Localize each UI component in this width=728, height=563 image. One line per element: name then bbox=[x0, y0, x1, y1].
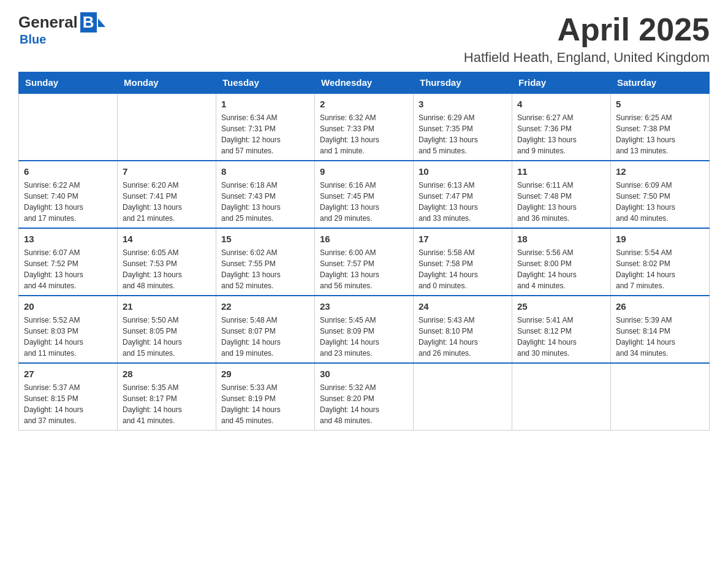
calendar-table: SundayMondayTuesdayWednesdayThursdayFrid… bbox=[18, 72, 710, 431]
calendar-cell: 15Sunrise: 6:02 AM Sunset: 7:55 PM Dayli… bbox=[216, 228, 315, 296]
day-number: 1 bbox=[221, 98, 309, 110]
logo-subtitle: Blue bbox=[20, 33, 46, 47]
logo-arrow bbox=[98, 18, 105, 27]
day-info: Sunrise: 5:48 AM Sunset: 8:07 PM Dayligh… bbox=[221, 315, 309, 359]
calendar-cell: 5Sunrise: 6:25 AM Sunset: 7:38 PM Daylig… bbox=[611, 93, 710, 161]
weekday-header-friday: Friday bbox=[512, 72, 611, 94]
day-info: Sunrise: 6:32 AM Sunset: 7:33 PM Dayligh… bbox=[320, 112, 408, 156]
day-info: Sunrise: 6:34 AM Sunset: 7:31 PM Dayligh… bbox=[221, 112, 309, 156]
day-info: Sunrise: 6:20 AM Sunset: 7:41 PM Dayligh… bbox=[123, 180, 211, 224]
day-number: 15 bbox=[221, 232, 309, 245]
day-number: 25 bbox=[517, 300, 605, 313]
title-area: April 2025 Hatfield Heath, England, Unit… bbox=[464, 12, 710, 66]
calendar-cell: 25Sunrise: 5:41 AM Sunset: 8:12 PM Dayli… bbox=[512, 296, 611, 363]
day-number: 17 bbox=[419, 232, 507, 245]
weekday-header-thursday: Thursday bbox=[414, 72, 512, 94]
calendar-cell: 9Sunrise: 6:16 AM Sunset: 7:45 PM Daylig… bbox=[315, 161, 414, 228]
day-info: Sunrise: 5:45 AM Sunset: 8:09 PM Dayligh… bbox=[320, 315, 408, 359]
day-info: Sunrise: 6:05 AM Sunset: 7:53 PM Dayligh… bbox=[123, 247, 211, 291]
calendar-cell: 20Sunrise: 5:52 AM Sunset: 8:03 PM Dayli… bbox=[19, 296, 118, 363]
day-info: Sunrise: 6:18 AM Sunset: 7:43 PM Dayligh… bbox=[221, 180, 309, 224]
day-number: 14 bbox=[123, 232, 211, 245]
day-number: 8 bbox=[221, 165, 309, 178]
day-number: 6 bbox=[24, 165, 112, 178]
calendar-cell: 11Sunrise: 6:11 AM Sunset: 7:48 PM Dayli… bbox=[512, 161, 611, 228]
day-info: Sunrise: 6:11 AM Sunset: 7:48 PM Dayligh… bbox=[517, 180, 605, 224]
day-number: 23 bbox=[320, 300, 408, 313]
calendar-cell bbox=[19, 93, 118, 161]
day-number: 29 bbox=[221, 367, 309, 380]
day-number: 9 bbox=[320, 165, 408, 178]
week-row-4: 20Sunrise: 5:52 AM Sunset: 8:03 PM Dayli… bbox=[19, 296, 710, 363]
day-number: 28 bbox=[123, 367, 211, 380]
day-info: Sunrise: 6:25 AM Sunset: 7:38 PM Dayligh… bbox=[616, 112, 704, 156]
day-number: 4 bbox=[517, 98, 605, 110]
day-number: 2 bbox=[320, 98, 408, 110]
day-info: Sunrise: 5:41 AM Sunset: 8:12 PM Dayligh… bbox=[517, 315, 605, 359]
calendar-cell: 16Sunrise: 6:00 AM Sunset: 7:57 PM Dayli… bbox=[315, 228, 414, 296]
logo: General B Blue bbox=[18, 12, 105, 47]
day-info: Sunrise: 6:16 AM Sunset: 7:45 PM Dayligh… bbox=[320, 180, 408, 224]
weekday-header-monday: Monday bbox=[118, 72, 216, 94]
day-info: Sunrise: 5:58 AM Sunset: 7:58 PM Dayligh… bbox=[419, 247, 507, 291]
calendar-cell bbox=[414, 363, 512, 431]
calendar-cell: 21Sunrise: 5:50 AM Sunset: 8:05 PM Dayli… bbox=[118, 296, 216, 363]
day-info: Sunrise: 5:50 AM Sunset: 8:05 PM Dayligh… bbox=[123, 315, 211, 359]
logo-general: General bbox=[18, 13, 78, 32]
calendar-cell bbox=[512, 363, 611, 431]
calendar-cell: 28Sunrise: 5:35 AM Sunset: 8:17 PM Dayli… bbox=[118, 363, 216, 431]
weekday-header-tuesday: Tuesday bbox=[216, 72, 315, 94]
calendar-cell: 6Sunrise: 6:22 AM Sunset: 7:40 PM Daylig… bbox=[19, 161, 118, 228]
calendar-cell: 7Sunrise: 6:20 AM Sunset: 7:41 PM Daylig… bbox=[118, 161, 216, 228]
day-info: Sunrise: 5:39 AM Sunset: 8:14 PM Dayligh… bbox=[616, 315, 704, 359]
week-row-3: 13Sunrise: 6:07 AM Sunset: 7:52 PM Dayli… bbox=[19, 228, 710, 296]
calendar-cell: 26Sunrise: 5:39 AM Sunset: 8:14 PM Dayli… bbox=[611, 296, 710, 363]
week-row-2: 6Sunrise: 6:22 AM Sunset: 7:40 PM Daylig… bbox=[19, 161, 710, 228]
logo-blue: B bbox=[80, 12, 97, 33]
day-number: 21 bbox=[123, 300, 211, 313]
day-number: 22 bbox=[221, 300, 309, 313]
calendar-cell: 1Sunrise: 6:34 AM Sunset: 7:31 PM Daylig… bbox=[216, 93, 315, 161]
day-number: 3 bbox=[419, 98, 507, 110]
calendar-cell: 29Sunrise: 5:33 AM Sunset: 8:19 PM Dayli… bbox=[216, 363, 315, 431]
calendar-header-row: SundayMondayTuesdayWednesdayThursdayFrid… bbox=[19, 72, 710, 94]
day-info: Sunrise: 6:27 AM Sunset: 7:36 PM Dayligh… bbox=[517, 112, 605, 156]
weekday-header-sunday: Sunday bbox=[19, 72, 118, 94]
day-info: Sunrise: 5:52 AM Sunset: 8:03 PM Dayligh… bbox=[24, 315, 112, 359]
day-number: 10 bbox=[419, 165, 507, 178]
weekday-header-wednesday: Wednesday bbox=[315, 72, 414, 94]
calendar-cell: 4Sunrise: 6:27 AM Sunset: 7:36 PM Daylig… bbox=[512, 93, 611, 161]
day-info: Sunrise: 5:43 AM Sunset: 8:10 PM Dayligh… bbox=[419, 315, 507, 359]
day-number: 27 bbox=[24, 367, 112, 380]
day-number: 26 bbox=[616, 300, 704, 313]
month-year: April 2025 bbox=[464, 12, 710, 47]
calendar-cell bbox=[118, 93, 216, 161]
calendar-cell: 14Sunrise: 6:05 AM Sunset: 7:53 PM Dayli… bbox=[118, 228, 216, 296]
calendar-cell: 8Sunrise: 6:18 AM Sunset: 7:43 PM Daylig… bbox=[216, 161, 315, 228]
day-info: Sunrise: 6:07 AM Sunset: 7:52 PM Dayligh… bbox=[24, 247, 112, 291]
day-info: Sunrise: 5:33 AM Sunset: 8:19 PM Dayligh… bbox=[221, 382, 309, 426]
calendar-cell: 12Sunrise: 6:09 AM Sunset: 7:50 PM Dayli… bbox=[611, 161, 710, 228]
location: Hatfield Heath, England, United Kingdom bbox=[464, 50, 710, 66]
day-number: 13 bbox=[24, 232, 112, 245]
day-info: Sunrise: 5:37 AM Sunset: 8:15 PM Dayligh… bbox=[24, 382, 112, 426]
day-info: Sunrise: 5:54 AM Sunset: 8:02 PM Dayligh… bbox=[616, 247, 704, 291]
week-row-5: 27Sunrise: 5:37 AM Sunset: 8:15 PM Dayli… bbox=[19, 363, 710, 431]
day-info: Sunrise: 6:22 AM Sunset: 7:40 PM Dayligh… bbox=[24, 180, 112, 224]
day-info: Sunrise: 6:13 AM Sunset: 7:47 PM Dayligh… bbox=[419, 180, 507, 224]
logo-text: General B bbox=[18, 12, 105, 33]
day-number: 20 bbox=[24, 300, 112, 313]
day-number: 16 bbox=[320, 232, 408, 245]
day-info: Sunrise: 6:02 AM Sunset: 7:55 PM Dayligh… bbox=[221, 247, 309, 291]
day-info: Sunrise: 6:00 AM Sunset: 7:57 PM Dayligh… bbox=[320, 247, 408, 291]
calendar-cell bbox=[611, 363, 710, 431]
day-number: 5 bbox=[616, 98, 704, 110]
day-number: 24 bbox=[419, 300, 507, 313]
calendar-cell: 27Sunrise: 5:37 AM Sunset: 8:15 PM Dayli… bbox=[19, 363, 118, 431]
calendar-cell: 3Sunrise: 6:29 AM Sunset: 7:35 PM Daylig… bbox=[414, 93, 512, 161]
calendar-cell: 22Sunrise: 5:48 AM Sunset: 8:07 PM Dayli… bbox=[216, 296, 315, 363]
calendar-cell: 17Sunrise: 5:58 AM Sunset: 7:58 PM Dayli… bbox=[414, 228, 512, 296]
day-info: Sunrise: 6:09 AM Sunset: 7:50 PM Dayligh… bbox=[616, 180, 704, 224]
calendar-cell: 23Sunrise: 5:45 AM Sunset: 8:09 PM Dayli… bbox=[315, 296, 414, 363]
day-number: 19 bbox=[616, 232, 704, 245]
